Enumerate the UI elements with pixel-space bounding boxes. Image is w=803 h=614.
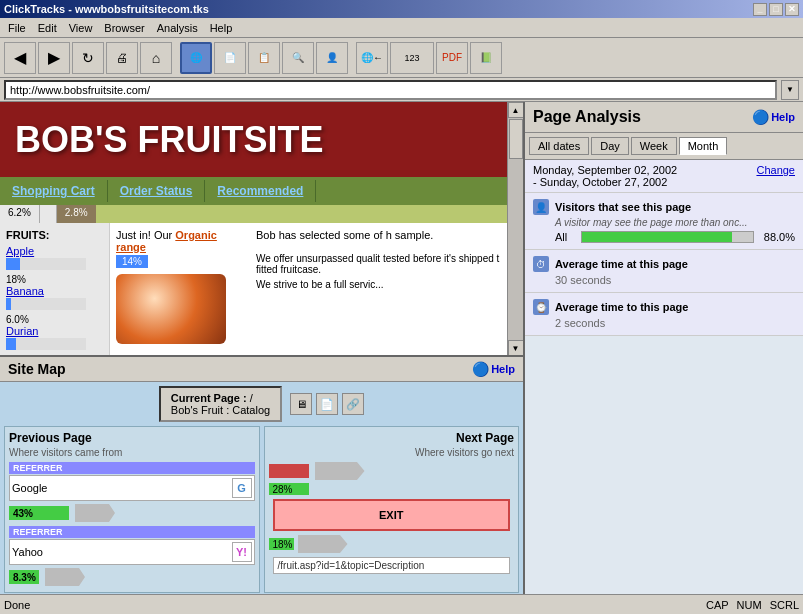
minimize-button[interactable]: _ [753,3,767,16]
toolbar: ◀ ▶ ↻ 🖨 ⌂ 🌐 📄 📋 🔍 👤 🌐← 123 PDF 📗 [0,38,803,78]
yahoo-bar-row: 8.3% [9,568,255,586]
nav-recommended[interactable]: Recommended [205,180,316,202]
date-end: - Sunday, October 27, 2002 [533,176,677,188]
book-btn[interactable]: 📗 [470,42,502,74]
avg-time-at-value: 30 seconds [555,274,795,286]
left-panels: BOB'S FRUITSITE Shopping Cart Order Stat… [0,102,525,594]
site-title: BOB'S FRUITSITE [15,119,324,161]
nav-btn2[interactable]: 123 [390,42,434,74]
apple-bar-container [6,258,86,270]
url-bar-row: 18% [269,535,515,553]
cp-icon-3[interactable]: 🔗 [342,393,364,415]
tab-all-dates[interactable]: All dates [529,137,589,155]
apple-pct: 18% [6,274,26,285]
status-text: Done [4,599,30,611]
google-referrer-row: Google G [9,475,255,501]
sitemap-help[interactable]: 🔵 Help [472,361,515,377]
tab-day[interactable]: Day [591,137,629,155]
scroll-down-btn[interactable]: ▼ [508,340,524,356]
clicktracks-btn2[interactable]: 📄 [214,42,246,74]
maximize-button[interactable]: □ [769,3,783,16]
menu-browser[interactable]: Browser [98,20,150,36]
right-text3: We strive to be a full servic... [256,279,501,290]
analysis-help[interactable]: 🔵 Help [752,109,795,125]
shopping-indicator: 6.2% [0,205,40,223]
url-arrow [298,535,348,553]
tab-week[interactable]: Week [631,137,677,155]
visitors-value-row: All 88.0% [555,231,795,243]
visitors-label: All [555,231,575,243]
site-right-col: Bob has selected some of h sample. We of… [250,223,507,356]
clicktracks-btn5[interactable]: 👤 [316,42,348,74]
analysis-header: Page Analysis 🔵 Help [525,102,803,133]
right-text2: We offer unsurpassed qualit tested befor… [256,253,501,275]
site-left-col: FRUITS: Apple 18% Banana 6.0% [0,223,110,356]
order-indicator [40,205,57,223]
tab-month[interactable]: Month [679,137,728,155]
current-page-box: Current Page : / Bob's Fruit : Catalog [159,386,282,422]
cp-icon-2[interactable]: 📄 [316,393,338,415]
recommended-indicator: 2.8% [57,205,96,223]
panels-container: BOB'S FRUITSITE Shopping Cart Order Stat… [0,102,803,594]
title-bar-buttons: _ □ ✕ [753,3,799,16]
avg-time-at-metric: ⏱ Average time at this page 30 seconds [525,250,803,293]
visitors-header: 👤 Visitors that see this page [533,199,795,215]
visitors-metric: 👤 Visitors that see this page A visitor … [525,193,803,250]
nav-order-status[interactable]: Order Status [108,180,206,202]
site-content: FRUITS: Apple 18% Banana 6.0% [0,223,507,356]
avg-time-at-header: ⏱ Average time at this page [533,256,795,272]
change-date-link[interactable]: Change [756,164,795,176]
site-nav: Shopping Cart Order Status Recommended [0,177,507,205]
scroll-track[interactable] [508,118,523,340]
avg-time-to-icon: ⌚ [533,299,549,315]
nav-btn1[interactable]: 🌐← [356,42,388,74]
scroll-up-btn[interactable]: ▲ [508,102,524,118]
clicktracks-btn3[interactable]: 📋 [248,42,280,74]
address-input[interactable] [4,80,777,100]
refresh-button[interactable]: ↻ [72,42,104,74]
menu-analysis[interactable]: Analysis [151,20,204,36]
back-button[interactable]: ◀ [4,42,36,74]
pdf-btn[interactable]: PDF [436,42,468,74]
scroll-thumb[interactable] [509,119,523,159]
prev-title: Previous Page [9,431,255,445]
sitemap-header: Site Map 🔵 Help [0,357,523,382]
nav-shopping-cart[interactable]: Shopping Cart [0,180,108,202]
menu-edit[interactable]: Edit [32,20,63,36]
close-button[interactable]: ✕ [785,3,799,16]
exit-arrow [315,462,365,480]
avg-time-to-value: 2 seconds [555,317,795,329]
fruit-image [116,274,226,344]
next-title: Next Page [269,431,515,445]
window-title: ClickTracks - wwwbobsfruitsitecom.tks [4,3,209,15]
durian-link[interactable]: Durian [6,325,103,337]
print-button[interactable]: 🖨 [106,42,138,74]
prev-page-panel: Previous Page Where visitors came from R… [4,426,260,593]
visitors-title: Visitors that see this page [555,201,691,213]
dest-url[interactable]: /fruit.asp?id=1&topic=Description [273,557,511,574]
forward-button[interactable]: ▶ [38,42,70,74]
sitemap-title: Site Map [8,361,66,377]
google-name: Google [12,482,232,494]
menu-view[interactable]: View [63,20,99,36]
visitors-number: 88.0% [760,231,795,243]
title-bar: ClickTracks - wwwbobsfruitsitecom.tks _ … [0,0,803,18]
mid-intro: Just in! Our [116,229,172,241]
clicktracks-btn1[interactable]: 🌐 [180,42,212,74]
referrer-label-1: REFERRER [9,462,255,474]
cp-icon-1[interactable]: 🖥 [290,393,312,415]
organic-pct: 14% [116,255,148,268]
banana-bar-container [6,298,86,310]
visitors-bar-fill [582,232,732,242]
home-button[interactable]: ⌂ [140,42,172,74]
clicktracks-btn4[interactable]: 🔍 [282,42,314,74]
next-page-panel: Next Page Where visitors go next 28% EXI… [264,426,520,593]
apple-link[interactable]: Apple [6,245,103,257]
address-dropdown-btn[interactable]: ▼ [781,80,799,100]
menu-help[interactable]: Help [204,20,239,36]
menu-file[interactable]: File [2,20,32,36]
banana-link[interactable]: Banana [6,285,103,297]
durian-bar [6,338,16,350]
current-page-path: / [250,392,253,404]
visitors-bar-track [581,231,754,243]
